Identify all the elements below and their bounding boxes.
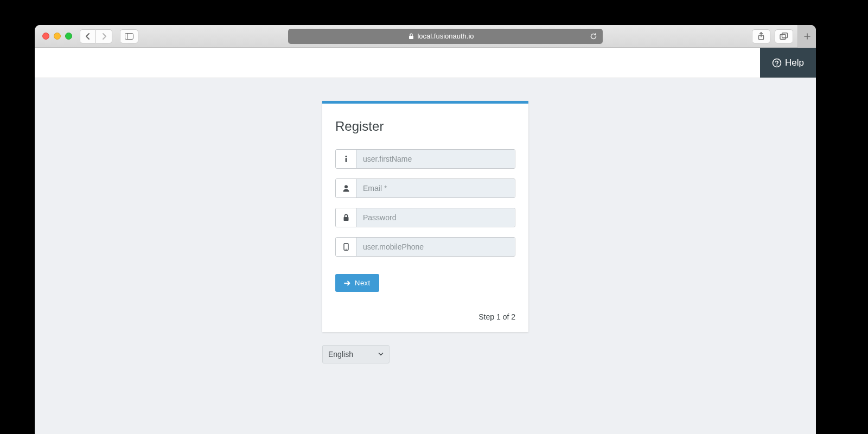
zoom-window-icon[interactable] <box>65 33 72 40</box>
info-icon <box>336 150 356 168</box>
nav-buttons <box>80 29 112 43</box>
password-input[interactable] <box>356 208 515 227</box>
language-picker-wrap: English <box>322 345 390 363</box>
phone-field-group <box>335 237 515 257</box>
stage: Register <box>35 78 816 363</box>
help-label: Help <box>785 58 804 68</box>
tabs-button[interactable] <box>775 29 793 43</box>
card-title: Register <box>335 119 515 134</box>
reload-icon[interactable] <box>590 33 597 40</box>
sidebar-toggle-button[interactable] <box>120 29 138 43</box>
browser-window: local.fusionauth.io <box>35 25 816 434</box>
first-name-field-group <box>335 149 515 169</box>
svg-rect-0 <box>125 33 133 39</box>
window-controls <box>42 33 72 40</box>
phone-input[interactable] <box>356 238 515 256</box>
register-card: Register <box>322 101 528 332</box>
address-bar-wrap: local.fusionauth.io <box>143 29 748 44</box>
share-button[interactable] <box>752 29 770 43</box>
language-selected: English <box>328 350 353 359</box>
arrow-right-icon <box>344 280 350 286</box>
lock-icon <box>336 208 356 227</box>
svg-rect-9 <box>345 158 347 162</box>
svg-rect-11 <box>343 217 348 221</box>
page: Help Register <box>35 48 816 434</box>
language-select[interactable]: English <box>322 345 390 363</box>
help-icon <box>772 58 782 68</box>
app-topbar: Help <box>35 48 816 78</box>
address-bar[interactable]: local.fusionauth.io <box>288 29 603 44</box>
first-name-input[interactable] <box>356 150 515 168</box>
minimize-window-icon[interactable] <box>54 33 61 40</box>
svg-rect-2 <box>409 36 413 39</box>
svg-point-7 <box>776 65 777 66</box>
address-text: local.fusionauth.io <box>417 32 474 40</box>
email-field-group <box>335 178 515 198</box>
forward-button[interactable] <box>96 29 112 43</box>
next-label: Next <box>355 279 371 287</box>
svg-point-8 <box>345 156 347 157</box>
svg-point-10 <box>344 185 348 188</box>
lock-icon <box>409 33 414 40</box>
help-button[interactable]: Help <box>760 48 816 78</box>
password-field-group <box>335 208 515 227</box>
svg-rect-4 <box>780 34 786 39</box>
next-button[interactable]: Next <box>335 274 379 292</box>
email-input[interactable] <box>356 179 515 197</box>
svg-rect-5 <box>782 33 788 37</box>
chevron-down-icon <box>378 352 384 356</box>
toolbar-right <box>752 29 810 43</box>
close-window-icon[interactable] <box>42 33 49 40</box>
step-indicator: Step 1 of 2 <box>335 312 515 321</box>
user-icon <box>336 179 356 197</box>
svg-point-13 <box>346 249 347 250</box>
back-button[interactable] <box>80 29 96 43</box>
browser-titlebar: local.fusionauth.io <box>35 25 816 48</box>
svg-point-6 <box>773 59 781 67</box>
mobile-icon <box>336 238 356 256</box>
new-tab-button[interactable] <box>797 25 816 48</box>
